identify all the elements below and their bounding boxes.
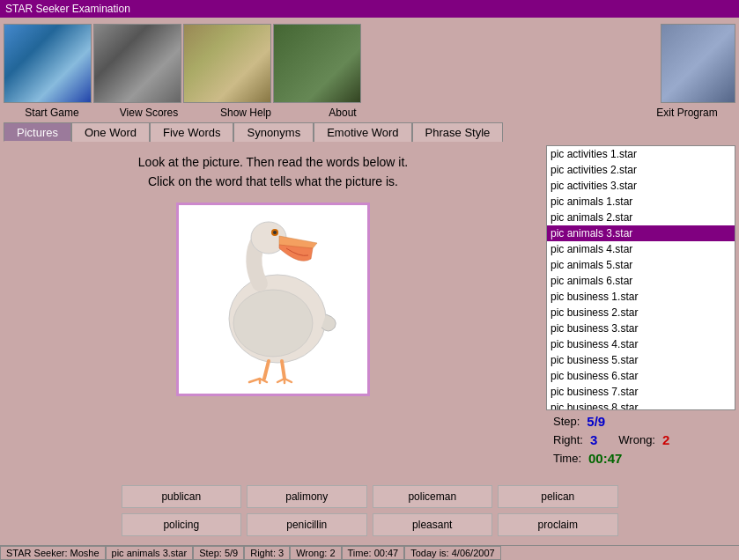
tab-synonyms[interactable]: Synonyms bbox=[233, 122, 314, 142]
file-item-5[interactable]: pic animals 3.star bbox=[547, 225, 735, 241]
file-item-4[interactable]: pic animals 2.star bbox=[547, 210, 735, 225]
status-time: Time: 00:47 bbox=[342, 546, 405, 560]
word-palimony[interactable]: palimony bbox=[247, 485, 367, 508]
word-pleasant[interactable]: pleasant bbox=[373, 513, 493, 536]
tab-one-word[interactable]: One Word bbox=[71, 122, 150, 142]
svg-line-6 bbox=[282, 361, 285, 379]
file-item-13[interactable]: pic business 5.star bbox=[547, 352, 735, 368]
picture-frame bbox=[176, 203, 370, 396]
menu-bar: Start Game View Scores Show Help About E… bbox=[0, 103, 739, 121]
right-panel: pic activities 1.starpic activities 2.st… bbox=[546, 145, 735, 473]
time-label: Time: bbox=[553, 452, 581, 465]
right-value: 3 bbox=[590, 432, 597, 447]
file-list[interactable]: pic activities 1.starpic activities 2.st… bbox=[546, 145, 735, 410]
wrong-label: Wrong: bbox=[618, 433, 655, 446]
tab-bar: Pictures One Word Five Words Synonyms Em… bbox=[0, 121, 739, 142]
start-game-button[interactable]: Start Game bbox=[4, 105, 100, 121]
file-item-12[interactable]: pic business 4.star bbox=[547, 336, 735, 352]
top-image-strip bbox=[0, 18, 739, 103]
file-item-0[interactable]: pic activities 1.star bbox=[547, 146, 735, 162]
file-item-6[interactable]: pic animals 4.star bbox=[547, 241, 735, 257]
instruction-line1: Look at the picture. Then read the words… bbox=[138, 152, 408, 172]
file-item-2[interactable]: pic activities 3.star bbox=[547, 178, 735, 194]
time-value: 00:47 bbox=[588, 451, 622, 466]
instruction-line2: Click on the word that tells what the pi… bbox=[138, 172, 408, 191]
svg-line-5 bbox=[264, 361, 269, 379]
word-pelican[interactable]: pelican bbox=[498, 485, 618, 508]
file-item-7[interactable]: pic animals 5.star bbox=[547, 257, 735, 273]
status-date: Today is: 4/06/2007 bbox=[404, 546, 500, 560]
word-area: publicanpalimonypolicemanpelicanpolicing… bbox=[0, 476, 739, 545]
word-publican[interactable]: publican bbox=[122, 485, 242, 508]
file-item-1[interactable]: pic activities 2.star bbox=[547, 162, 735, 178]
step-value: 5/9 bbox=[587, 414, 605, 429]
instruction-text: Look at the picture. Then read the words… bbox=[121, 145, 425, 199]
left-panel: Look at the picture. Then read the words… bbox=[4, 145, 543, 473]
status-wrong: Wrong: 2 bbox=[290, 546, 341, 560]
pelican-image bbox=[185, 211, 361, 387]
top-image-4 bbox=[273, 24, 361, 103]
status-bar: STAR Seeker: Moshe pic animals 3.star St… bbox=[0, 545, 739, 560]
stats-panel: Step: 5/9 Right: 3 Wrong: 2 Time: 00:47 bbox=[546, 410, 735, 473]
top-image-2 bbox=[93, 24, 181, 103]
word-grid: publicanpalimonypolicemanpelicanpolicing… bbox=[115, 476, 625, 545]
tab-pictures[interactable]: Pictures bbox=[4, 122, 71, 142]
title-label: STAR Seeker Examination bbox=[5, 3, 130, 15]
title-bar: STAR Seeker Examination bbox=[0, 0, 739, 18]
step-label: Step: bbox=[553, 415, 580, 428]
file-item-3[interactable]: pic animals 1.star bbox=[547, 194, 735, 210]
file-item-10[interactable]: pic business 2.star bbox=[547, 305, 735, 321]
exit-program-button[interactable]: Exit Program bbox=[639, 105, 735, 121]
file-item-16[interactable]: pic business 8.star bbox=[547, 400, 735, 410]
word-penicillin[interactable]: penicillin bbox=[247, 513, 367, 536]
file-item-15[interactable]: pic business 7.star bbox=[547, 384, 735, 400]
word-proclaim[interactable]: proclaim bbox=[498, 513, 618, 536]
top-image-3 bbox=[183, 24, 271, 103]
top-image-1 bbox=[4, 24, 92, 103]
status-user: STAR Seeker: Moshe bbox=[0, 546, 106, 560]
file-item-8[interactable]: pic animals 6.star bbox=[547, 273, 735, 289]
tab-emotive-word[interactable]: Emotive Word bbox=[314, 122, 411, 142]
svg-point-1 bbox=[233, 290, 313, 357]
word-policing[interactable]: policing bbox=[122, 513, 242, 536]
about-button[interactable]: About bbox=[294, 105, 391, 121]
status-file: pic animals 3.star bbox=[106, 546, 194, 560]
file-item-14[interactable]: pic business 6.star bbox=[547, 368, 735, 384]
tab-five-words[interactable]: Five Words bbox=[150, 122, 234, 142]
word-policeman[interactable]: policeman bbox=[373, 485, 493, 508]
right-label: Right: bbox=[553, 433, 583, 446]
wrong-value: 2 bbox=[662, 432, 669, 447]
status-step: Step: 5/9 bbox=[193, 546, 244, 560]
status-right: Right: 3 bbox=[244, 546, 290, 560]
top-image-right bbox=[661, 24, 735, 103]
main-area: Look at the picture. Then read the words… bbox=[0, 142, 739, 476]
tab-phrase-style[interactable]: Phrase Style bbox=[412, 122, 504, 142]
svg-point-4 bbox=[273, 231, 277, 234]
file-item-9[interactable]: pic business 1.star bbox=[547, 289, 735, 305]
file-item-11[interactable]: pic business 3.star bbox=[547, 321, 735, 336]
view-scores-button[interactable]: View Scores bbox=[100, 105, 197, 121]
show-help-button[interactable]: Show Help bbox=[197, 105, 294, 121]
